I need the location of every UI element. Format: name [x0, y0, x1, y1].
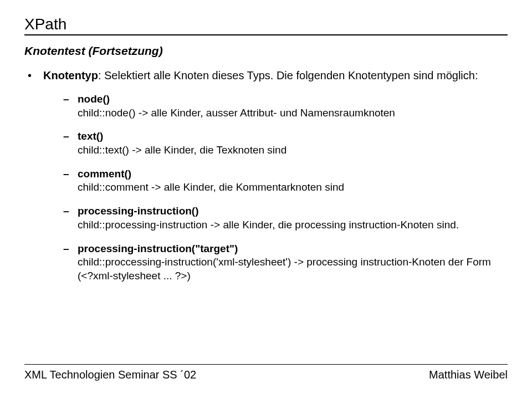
- item-desc: child::comment -> alle Kinder, die Komme…: [78, 181, 508, 195]
- bullet-lead: Knotentyp: [43, 69, 98, 81]
- item-text: – text() child::text() -> alle Kinder, d…: [63, 130, 508, 157]
- bullet-knotentyp: • Knotentyp: Selektiert alle Knoten dies…: [28, 69, 508, 83]
- dash-icon: –: [63, 93, 78, 106]
- item-desc: child::proccessing-instruction('xml-styl…: [78, 255, 508, 283]
- item-head-text: node(): [78, 93, 110, 106]
- item-head-text: processing-instruction(): [78, 204, 199, 218]
- sublist: – node() child::node() -> alle Kinder, a…: [63, 93, 508, 283]
- footer-divider: [24, 364, 508, 365]
- item-head: – node(): [63, 93, 508, 106]
- footer-right: Matthias Weibel: [429, 369, 508, 381]
- item-head-text: processing-instruction("target"): [78, 242, 238, 256]
- dash-icon: –: [63, 130, 78, 144]
- bullet-content: Knotentyp: Selektiert alle Knoten dieses…: [43, 69, 508, 83]
- bullet-marker: •: [28, 69, 43, 83]
- item-desc: child::node() -> alle Kinder, ausser Att…: [78, 106, 508, 120]
- subtitle: Knotentest (Fortsetzung): [24, 44, 508, 58]
- footer-left: XML Technologien Seminar SS ´02: [24, 369, 196, 381]
- slide-body: Knotentest (Fortsetzung) • Knotentyp: Se…: [24, 44, 508, 293]
- item-head-text: comment(): [78, 167, 131, 181]
- item-pi: – processing-instruction() child::proces…: [63, 204, 508, 232]
- item-desc: child::text() -> alle Kinder, die Texkno…: [78, 144, 508, 157]
- item-node: – node() child::node() -> alle Kinder, a…: [63, 93, 508, 120]
- item-comment: – comment() child::comment -> alle Kinde…: [63, 167, 508, 195]
- dash-icon: –: [63, 204, 78, 218]
- item-pi-target: – processing-instruction("target") child…: [63, 242, 508, 283]
- slide: XPath Knotentest (Fortsetzung) • Knotent…: [0, 0, 532, 399]
- item-head-text: text(): [78, 130, 103, 144]
- dash-icon: –: [63, 167, 78, 181]
- item-head: – comment(): [63, 167, 508, 181]
- bullet-text: : Selektiert alle Knoten dieses Typs. Di…: [98, 69, 478, 81]
- item-desc: child::processing-instruction -> alle Ki…: [78, 218, 508, 232]
- item-head: – processing-instruction("target"): [63, 242, 508, 256]
- item-head: – text(): [63, 130, 508, 144]
- dash-icon: –: [63, 242, 78, 256]
- slide-title: XPath: [24, 16, 508, 35]
- item-head: – processing-instruction(): [63, 204, 508, 218]
